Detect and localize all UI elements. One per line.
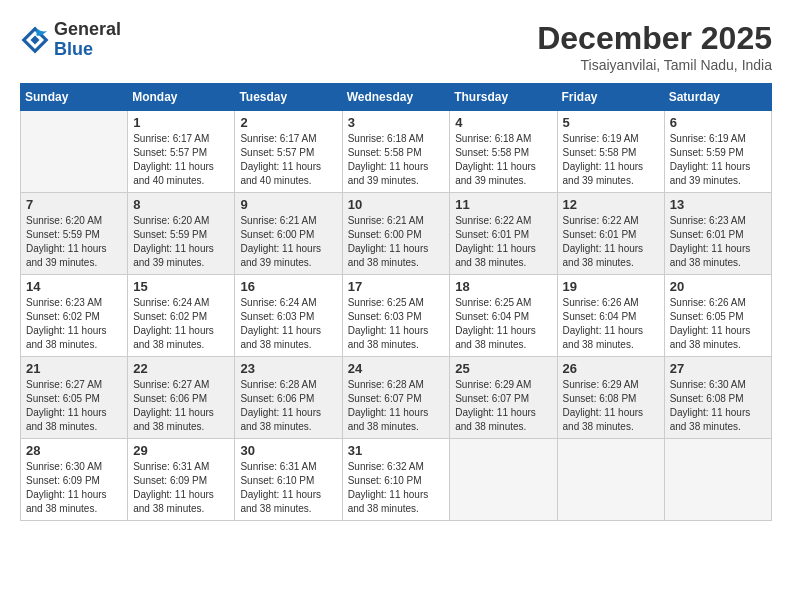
calendar-cell — [21, 111, 128, 193]
day-info: Sunrise: 6:19 AM Sunset: 5:58 PM Dayligh… — [563, 132, 659, 188]
day-info: Sunrise: 6:25 AM Sunset: 6:03 PM Dayligh… — [348, 296, 445, 352]
day-number: 24 — [348, 361, 445, 376]
calendar-header-saturday: Saturday — [664, 84, 771, 111]
calendar-cell: 12Sunrise: 6:22 AM Sunset: 6:01 PM Dayli… — [557, 193, 664, 275]
day-info: Sunrise: 6:26 AM Sunset: 6:04 PM Dayligh… — [563, 296, 659, 352]
day-info: Sunrise: 6:24 AM Sunset: 6:02 PM Dayligh… — [133, 296, 229, 352]
calendar-cell: 9Sunrise: 6:21 AM Sunset: 6:00 PM Daylig… — [235, 193, 342, 275]
day-info: Sunrise: 6:29 AM Sunset: 6:08 PM Dayligh… — [563, 378, 659, 434]
calendar-cell: 30Sunrise: 6:31 AM Sunset: 6:10 PM Dayli… — [235, 439, 342, 521]
calendar-cell: 8Sunrise: 6:20 AM Sunset: 5:59 PM Daylig… — [128, 193, 235, 275]
day-info: Sunrise: 6:27 AM Sunset: 6:05 PM Dayligh… — [26, 378, 122, 434]
calendar-header-wednesday: Wednesday — [342, 84, 450, 111]
calendar-week-row: 1Sunrise: 6:17 AM Sunset: 5:57 PM Daylig… — [21, 111, 772, 193]
calendar-header-monday: Monday — [128, 84, 235, 111]
day-info: Sunrise: 6:21 AM Sunset: 6:00 PM Dayligh… — [240, 214, 336, 270]
day-info: Sunrise: 6:26 AM Sunset: 6:05 PM Dayligh… — [670, 296, 766, 352]
day-number: 6 — [670, 115, 766, 130]
day-info: Sunrise: 6:30 AM Sunset: 6:09 PM Dayligh… — [26, 460, 122, 516]
calendar-cell: 6Sunrise: 6:19 AM Sunset: 5:59 PM Daylig… — [664, 111, 771, 193]
calendar-cell: 4Sunrise: 6:18 AM Sunset: 5:58 PM Daylig… — [450, 111, 557, 193]
calendar-cell: 20Sunrise: 6:26 AM Sunset: 6:05 PM Dayli… — [664, 275, 771, 357]
day-info: Sunrise: 6:32 AM Sunset: 6:10 PM Dayligh… — [348, 460, 445, 516]
calendar-cell: 25Sunrise: 6:29 AM Sunset: 6:07 PM Dayli… — [450, 357, 557, 439]
page-header: General Blue December 2025 Tisaiyanvilai… — [20, 20, 772, 73]
calendar-header-row: SundayMondayTuesdayWednesdayThursdayFrid… — [21, 84, 772, 111]
title-section: December 2025 Tisaiyanvilai, Tamil Nadu,… — [537, 20, 772, 73]
day-info: Sunrise: 6:17 AM Sunset: 5:57 PM Dayligh… — [240, 132, 336, 188]
calendar-cell: 22Sunrise: 6:27 AM Sunset: 6:06 PM Dayli… — [128, 357, 235, 439]
calendar-week-row: 14Sunrise: 6:23 AM Sunset: 6:02 PM Dayli… — [21, 275, 772, 357]
day-info: Sunrise: 6:24 AM Sunset: 6:03 PM Dayligh… — [240, 296, 336, 352]
calendar-cell: 18Sunrise: 6:25 AM Sunset: 6:04 PM Dayli… — [450, 275, 557, 357]
calendar-cell — [450, 439, 557, 521]
calendar-cell: 26Sunrise: 6:29 AM Sunset: 6:08 PM Dayli… — [557, 357, 664, 439]
day-number: 1 — [133, 115, 229, 130]
day-number: 2 — [240, 115, 336, 130]
day-info: Sunrise: 6:25 AM Sunset: 6:04 PM Dayligh… — [455, 296, 551, 352]
day-number: 15 — [133, 279, 229, 294]
day-info: Sunrise: 6:20 AM Sunset: 5:59 PM Dayligh… — [26, 214, 122, 270]
calendar-cell: 29Sunrise: 6:31 AM Sunset: 6:09 PM Dayli… — [128, 439, 235, 521]
calendar-header-thursday: Thursday — [450, 84, 557, 111]
day-number: 5 — [563, 115, 659, 130]
logo: General Blue — [20, 20, 121, 60]
calendar-header-tuesday: Tuesday — [235, 84, 342, 111]
calendar-cell: 7Sunrise: 6:20 AM Sunset: 5:59 PM Daylig… — [21, 193, 128, 275]
day-info: Sunrise: 6:27 AM Sunset: 6:06 PM Dayligh… — [133, 378, 229, 434]
calendar-cell: 23Sunrise: 6:28 AM Sunset: 6:06 PM Dayli… — [235, 357, 342, 439]
calendar-cell: 24Sunrise: 6:28 AM Sunset: 6:07 PM Dayli… — [342, 357, 450, 439]
day-number: 23 — [240, 361, 336, 376]
day-info: Sunrise: 6:18 AM Sunset: 5:58 PM Dayligh… — [348, 132, 445, 188]
calendar-week-row: 7Sunrise: 6:20 AM Sunset: 5:59 PM Daylig… — [21, 193, 772, 275]
calendar-cell: 14Sunrise: 6:23 AM Sunset: 6:02 PM Dayli… — [21, 275, 128, 357]
day-info: Sunrise: 6:28 AM Sunset: 6:06 PM Dayligh… — [240, 378, 336, 434]
day-info: Sunrise: 6:29 AM Sunset: 6:07 PM Dayligh… — [455, 378, 551, 434]
day-number: 29 — [133, 443, 229, 458]
calendar-cell: 16Sunrise: 6:24 AM Sunset: 6:03 PM Dayli… — [235, 275, 342, 357]
calendar-cell: 15Sunrise: 6:24 AM Sunset: 6:02 PM Dayli… — [128, 275, 235, 357]
day-info: Sunrise: 6:18 AM Sunset: 5:58 PM Dayligh… — [455, 132, 551, 188]
day-number: 19 — [563, 279, 659, 294]
day-info: Sunrise: 6:19 AM Sunset: 5:59 PM Dayligh… — [670, 132, 766, 188]
calendar-cell: 17Sunrise: 6:25 AM Sunset: 6:03 PM Dayli… — [342, 275, 450, 357]
calendar-cell — [557, 439, 664, 521]
day-number: 28 — [26, 443, 122, 458]
day-number: 18 — [455, 279, 551, 294]
day-number: 9 — [240, 197, 336, 212]
day-number: 22 — [133, 361, 229, 376]
day-info: Sunrise: 6:28 AM Sunset: 6:07 PM Dayligh… — [348, 378, 445, 434]
day-info: Sunrise: 6:30 AM Sunset: 6:08 PM Dayligh… — [670, 378, 766, 434]
calendar-cell: 3Sunrise: 6:18 AM Sunset: 5:58 PM Daylig… — [342, 111, 450, 193]
day-number: 3 — [348, 115, 445, 130]
day-info: Sunrise: 6:21 AM Sunset: 6:00 PM Dayligh… — [348, 214, 445, 270]
calendar-week-row: 21Sunrise: 6:27 AM Sunset: 6:05 PM Dayli… — [21, 357, 772, 439]
day-number: 14 — [26, 279, 122, 294]
day-number: 11 — [455, 197, 551, 212]
day-number: 8 — [133, 197, 229, 212]
calendar-cell: 28Sunrise: 6:30 AM Sunset: 6:09 PM Dayli… — [21, 439, 128, 521]
calendar-cell — [664, 439, 771, 521]
location: Tisaiyanvilai, Tamil Nadu, India — [537, 57, 772, 73]
calendar-cell: 1Sunrise: 6:17 AM Sunset: 5:57 PM Daylig… — [128, 111, 235, 193]
day-info: Sunrise: 6:23 AM Sunset: 6:02 PM Dayligh… — [26, 296, 122, 352]
calendar-cell: 11Sunrise: 6:22 AM Sunset: 6:01 PM Dayli… — [450, 193, 557, 275]
day-info: Sunrise: 6:23 AM Sunset: 6:01 PM Dayligh… — [670, 214, 766, 270]
day-number: 20 — [670, 279, 766, 294]
day-number: 4 — [455, 115, 551, 130]
day-info: Sunrise: 6:20 AM Sunset: 5:59 PM Dayligh… — [133, 214, 229, 270]
day-number: 7 — [26, 197, 122, 212]
day-number: 25 — [455, 361, 551, 376]
calendar-cell: 5Sunrise: 6:19 AM Sunset: 5:58 PM Daylig… — [557, 111, 664, 193]
calendar-cell: 27Sunrise: 6:30 AM Sunset: 6:08 PM Dayli… — [664, 357, 771, 439]
day-number: 26 — [563, 361, 659, 376]
calendar-table: SundayMondayTuesdayWednesdayThursdayFrid… — [20, 83, 772, 521]
logo-text: General Blue — [54, 20, 121, 60]
day-info: Sunrise: 6:17 AM Sunset: 5:57 PM Dayligh… — [133, 132, 229, 188]
calendar-cell: 31Sunrise: 6:32 AM Sunset: 6:10 PM Dayli… — [342, 439, 450, 521]
day-info: Sunrise: 6:31 AM Sunset: 6:10 PM Dayligh… — [240, 460, 336, 516]
day-info: Sunrise: 6:31 AM Sunset: 6:09 PM Dayligh… — [133, 460, 229, 516]
day-number: 27 — [670, 361, 766, 376]
calendar-header-sunday: Sunday — [21, 84, 128, 111]
month-title: December 2025 — [537, 20, 772, 57]
